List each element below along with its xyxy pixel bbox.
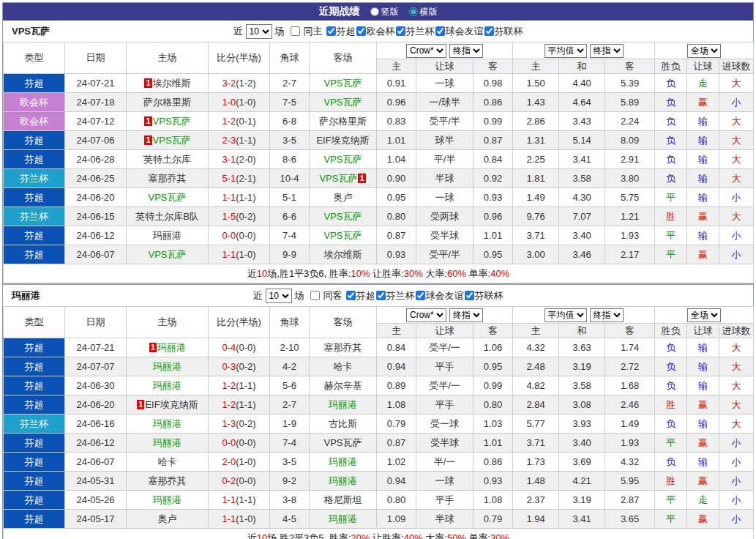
col-header-score: 比分(半场) (209, 307, 270, 338)
winlose-result-cell: 平 (655, 491, 687, 510)
same-venue-checkbox[interactable] (291, 26, 300, 36)
team-name: VPS瓦萨 (323, 437, 362, 448)
team-name: 赫尔辛基 (324, 380, 362, 391)
final-odds-select[interactable]: 终指 (449, 44, 483, 58)
league-checkbox-option[interactable]: 芬联杯 (464, 289, 504, 302)
league-checkbox[interactable] (376, 291, 386, 300)
home-odds-cell: 0.79 (377, 415, 416, 434)
league-checkbox-option[interactable]: 球会友谊 (415, 289, 464, 302)
goals-result-cell: 大 (719, 395, 754, 415)
avg-draw-cell: 3.93 (559, 415, 605, 434)
corners-cell: 6-6 (270, 207, 310, 226)
winlose-result-cell: 负 (655, 415, 687, 434)
avg-draw-cell: 3.63 (559, 338, 605, 357)
league-checkbox[interactable] (465, 291, 474, 300)
final-odds-select-2[interactable]: 终指 (590, 44, 624, 58)
goals-result-cell: 大 (719, 112, 754, 131)
away-team-cell: 格尼斯坦 (310, 491, 377, 510)
away-odds-cell: 1.01 (474, 226, 513, 245)
league-type-cell: 芬兰杯 (4, 169, 65, 188)
final-odds-select-2[interactable]: 终指 (590, 308, 624, 322)
avg-draw-cell: 4.21 (559, 472, 605, 491)
league-checkbox-option[interactable]: 球会友谊 (435, 25, 484, 38)
league-checkbox-option[interactable]: 芬兰杯 (395, 25, 435, 38)
away-team-cell: 玛丽港 (310, 510, 377, 529)
col-header-type: 类型 (4, 307, 65, 338)
score-cell: 5-1(2-1) (209, 169, 270, 188)
layout-option-horizontal[interactable]: 横版 (409, 6, 438, 18)
handicap-cell: 受半/一 (416, 338, 474, 357)
home-odds-cell: 1.09 (377, 510, 416, 529)
match-row: 芬超24-06-30玛丽港1-2(1-1)5-6赫尔辛基0.89受半/一0.99… (4, 376, 754, 395)
match-row: 芬超24-07-211埃尔维斯3-2(1-2)2-7VPS瓦萨0.91一球0.9… (4, 74, 754, 93)
away-team-cell: 哈卡 (310, 357, 377, 376)
league-type-cell: 芬超 (4, 472, 65, 491)
handicap-cell: 受半/一 (416, 376, 474, 395)
match-date-cell: 24-07-06 (65, 131, 127, 150)
match-row: 芬超24-06-28英特土尔库3-1(2-0)8-6VPS瓦萨1.04平/半0.… (4, 150, 754, 169)
col-header-score: 比分(半场) (209, 42, 270, 74)
league-checkbox[interactable] (326, 26, 336, 36)
league-checkbox-option[interactable]: 芬超 (326, 25, 356, 38)
fulltime-select[interactable]: 全场 (687, 44, 721, 58)
league-checkbox[interactable] (435, 26, 445, 36)
home-team-cell: 萨尔格里斯 (127, 93, 209, 112)
home-team-cell: 奥卢 (127, 510, 209, 529)
league-checkbox[interactable] (346, 291, 356, 300)
sub-header-handicap-result: 让球 (687, 59, 719, 74)
match-row: 欧会杯24-07-121VPS瓦萨1-2(0-1)6-8萨尔格里斯0.83受平/… (4, 112, 754, 131)
horizontal-radio[interactable] (409, 7, 418, 16)
corners-cell: 5-6 (270, 376, 310, 395)
handicap-cell: 球半 (416, 131, 474, 150)
near-label: 近 (253, 289, 263, 302)
league-type-cell: 芬超 (4, 74, 65, 93)
away-odds-cell: 0.98 (474, 74, 513, 93)
match-count-select[interactable]: 10 (246, 24, 272, 39)
match-row: 欧会杯24-07-18萨尔格里斯1-0(1-0)7-5VPS瓦萨0.96一/球半… (4, 93, 754, 112)
league-checkbox[interactable] (396, 26, 405, 36)
home-team-cell: 玛丽港 (127, 434, 209, 453)
average-select-cell: 平均值终指 (513, 42, 655, 59)
avg-away-cell: 5.89 (605, 93, 655, 112)
team-name: 埃尔维斯 (324, 249, 362, 260)
summary-segment: 40% (404, 532, 423, 539)
vertical-radio[interactable] (370, 7, 379, 16)
avg-away-cell: 5.75 (605, 188, 655, 207)
goals-result-cell: 小 (719, 491, 754, 510)
match-count-select[interactable]: 10 (266, 289, 292, 303)
league-checkbox-option[interactable]: 芬超 (345, 289, 375, 302)
match-row: 芬兰杯24-06-16玛丽港1-3(0-2)1-9古比斯0.79受一球1.035… (4, 415, 754, 434)
avg-away-cell: 2.91 (605, 150, 655, 169)
handicap-cell: 受两球 (416, 207, 474, 226)
summary-segment: 30% (404, 268, 423, 279)
league-checkbox[interactable] (484, 26, 494, 36)
avg-away-cell: 5.95 (605, 472, 655, 491)
team-name: VPS瓦萨 (323, 154, 362, 165)
league-checkbox-option[interactable]: 芬联杯 (484, 25, 523, 38)
handicap-result-cell: 走 (687, 74, 719, 93)
rank-badge: 1 (358, 174, 365, 183)
league-checkbox[interactable] (356, 26, 366, 36)
average-select[interactable]: 平均值 (544, 308, 587, 322)
away-team-cell: 萨尔格里斯 (310, 112, 377, 131)
league-checkbox[interactable] (416, 291, 425, 300)
away-odds-cell: 0.93 (474, 188, 513, 207)
layout-option-vertical[interactable]: 竖版 (370, 6, 399, 18)
final-odds-select[interactable]: 终指 (449, 308, 483, 322)
league-checkbox-option[interactable]: 芬兰杯 (375, 289, 415, 302)
corners-cell: 9-9 (270, 245, 310, 264)
bookmaker-select[interactable]: Crow* (406, 44, 446, 58)
average-select[interactable]: 平均值 (544, 44, 587, 58)
bookmaker-select[interactable]: Crow* (406, 308, 446, 322)
team-name: 萨尔格里斯 (319, 116, 367, 127)
match-date-cell: 24-07-12 (65, 112, 127, 131)
summary-segment: 20% (351, 532, 370, 539)
score-cell: 1-2(0-1) (209, 112, 270, 131)
fulltime-select[interactable]: 全场 (687, 308, 721, 322)
bookmaker-select-cell: Crow*终指 (377, 42, 513, 59)
summary-segment: 让胜率: (370, 532, 403, 539)
same-venue-label: 同客 (323, 289, 343, 302)
league-checkbox-option[interactable]: 欧会杯 (356, 25, 395, 38)
same-venue-checkbox[interactable] (310, 291, 320, 300)
league-filters: 芬超芬兰杯球会友谊芬联杯 (345, 289, 504, 302)
